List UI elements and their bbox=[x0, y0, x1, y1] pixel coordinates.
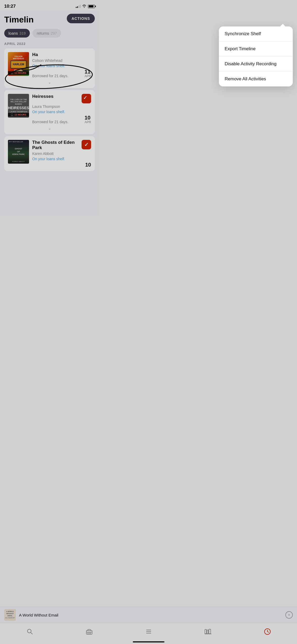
dim-overlay bbox=[0, 0, 99, 215]
